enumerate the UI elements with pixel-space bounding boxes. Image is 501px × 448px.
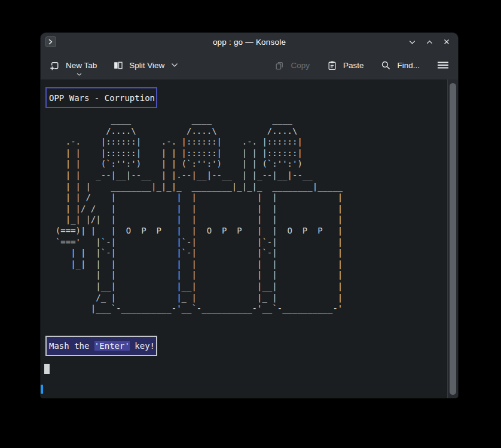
search-icon	[380, 60, 392, 71]
copy-label: Copy	[291, 61, 310, 70]
window-title: opp : go — Konsole	[213, 38, 286, 47]
new-tab-icon	[49, 60, 60, 71]
chevron-down-icon	[77, 73, 82, 76]
hamburger-menu-icon	[436, 60, 450, 70]
scrollbar-track[interactable]	[447, 79, 458, 398]
prompt-box: Mash the 'Enter' key!	[45, 336, 157, 356]
chevron-down-icon	[171, 63, 178, 67]
prompt-suffix: key!	[130, 341, 155, 351]
scrollbar-thumb[interactable]	[450, 83, 456, 395]
banner-box: OPP Wars - Corruption	[45, 87, 157, 108]
paste-icon	[326, 60, 338, 71]
banner-text: OPP Wars - Corruption	[49, 93, 155, 103]
chevron-up-icon	[425, 38, 434, 47]
split-view-icon	[112, 60, 124, 71]
new-tab-button[interactable]: New Tab	[49, 60, 97, 71]
prompt-prefix: Mash the	[49, 341, 94, 351]
new-tab-label: New Tab	[66, 61, 97, 70]
copy-icon	[274, 60, 285, 71]
ascii-art: ____ ____ ____ /....\ /....\ /....\ .-. …	[45, 114, 343, 314]
scroll-position-indicator	[41, 385, 43, 394]
chevron-down-icon	[408, 38, 417, 47]
desktop: opp : go — Konsole	[0, 0, 501, 448]
terminal-view[interactable]: OPP Wars - Corruption ____ ____ ____ /..…	[41, 79, 458, 398]
find-label: Find...	[397, 61, 420, 70]
prompt-highlight: 'Enter'	[94, 341, 130, 351]
maximize-button[interactable]	[424, 36, 435, 47]
find-button[interactable]: Find...	[380, 60, 420, 71]
window-controls	[407, 33, 452, 51]
terminal-cursor	[44, 364, 50, 374]
toolbar-right-group: Copy Paste Find...	[274, 60, 450, 71]
minimize-button[interactable]	[407, 36, 417, 47]
split-view-button[interactable]: Split View	[112, 60, 178, 71]
split-view-label: Split View	[129, 61, 164, 70]
paste-label: Paste	[343, 61, 364, 70]
copy-button[interactable]: Copy	[274, 60, 310, 71]
titlebar[interactable]: opp : go — Konsole	[41, 33, 458, 51]
menu-button[interactable]	[436, 60, 450, 70]
toolbar: New Tab Split View	[41, 51, 458, 79]
konsole-prompt-icon	[45, 36, 56, 47]
close-button[interactable]	[441, 36, 452, 47]
paste-button[interactable]: Paste	[326, 60, 364, 71]
konsole-window: opp : go — Konsole	[41, 33, 458, 398]
close-icon	[442, 38, 451, 46]
